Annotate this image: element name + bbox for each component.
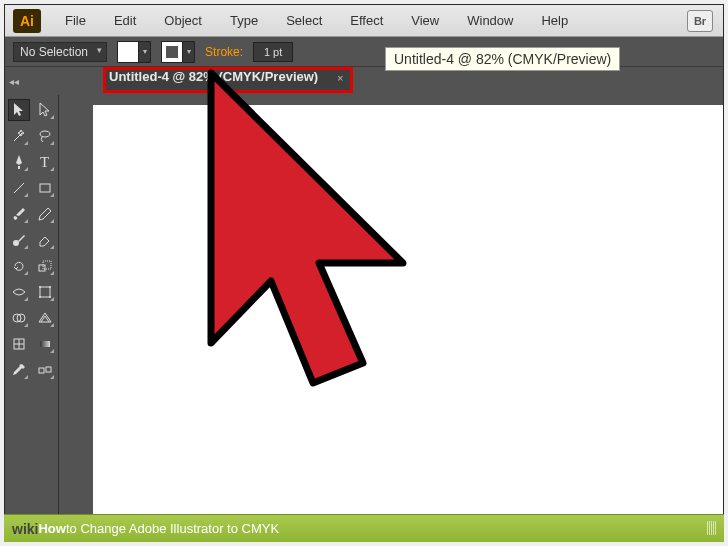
svg-rect-15 bbox=[39, 368, 44, 373]
eyedropper-tool[interactable] bbox=[8, 359, 30, 381]
menu-type[interactable]: Type bbox=[216, 13, 272, 28]
perspective-grid-tool[interactable] bbox=[34, 307, 56, 329]
svg-point-3 bbox=[13, 240, 19, 246]
gradient-tool[interactable] bbox=[34, 333, 56, 355]
tutorial-cursor-icon bbox=[151, 63, 451, 403]
fill-swatch-menu[interactable]: ▾ bbox=[139, 41, 151, 63]
menu-object[interactable]: Object bbox=[150, 13, 216, 28]
menubar: Ai File Edit Object Type Select Effect V… bbox=[5, 5, 723, 37]
wikihow-caption: wikiHow to Change Adobe Illustrator to C… bbox=[4, 514, 724, 542]
free-transform-tool[interactable] bbox=[34, 281, 56, 303]
menu-view[interactable]: View bbox=[397, 13, 453, 28]
scale-tool[interactable] bbox=[34, 255, 56, 277]
svg-point-0 bbox=[40, 131, 50, 137]
stroke-label: Stroke: bbox=[205, 45, 243, 59]
bridge-icon[interactable]: Br bbox=[687, 10, 713, 32]
svg-rect-6 bbox=[40, 287, 50, 297]
width-tool[interactable] bbox=[8, 281, 30, 303]
line-tool[interactable] bbox=[8, 177, 30, 199]
svg-point-9 bbox=[39, 296, 41, 298]
stroke-weight-field[interactable]: 1 pt bbox=[253, 42, 293, 62]
menu-help[interactable]: Help bbox=[527, 13, 582, 28]
svg-point-8 bbox=[49, 286, 51, 288]
caption-text: to Change Adobe Illustrator to CMYK bbox=[66, 521, 279, 536]
grip-icon bbox=[707, 521, 716, 535]
menu-window[interactable]: Window bbox=[453, 13, 527, 28]
type-icon: T bbox=[40, 154, 49, 171]
illustrator-window: Ai File Edit Object Type Select Effect V… bbox=[4, 4, 724, 542]
selection-dropdown[interactable]: No Selection bbox=[13, 42, 107, 62]
magic-wand-tool[interactable] bbox=[8, 125, 30, 147]
menu-effect[interactable]: Effect bbox=[336, 13, 397, 28]
menu-edit[interactable]: Edit bbox=[100, 13, 150, 28]
stroke-swatch[interactable] bbox=[161, 41, 183, 63]
paintbrush-tool[interactable] bbox=[8, 203, 30, 225]
cursor-icon bbox=[11, 102, 27, 118]
panel-collapse-icon[interactable]: ◂◂ bbox=[5, 76, 25, 87]
svg-line-1 bbox=[14, 183, 24, 193]
rotate-tool[interactable] bbox=[8, 255, 30, 277]
svg-point-7 bbox=[39, 286, 41, 288]
eraser-tool[interactable] bbox=[34, 229, 56, 251]
svg-rect-4 bbox=[39, 265, 45, 271]
fill-swatch[interactable] bbox=[117, 41, 139, 63]
shape-builder-tool[interactable] bbox=[8, 307, 30, 329]
svg-rect-14 bbox=[40, 341, 50, 347]
selection-tool[interactable] bbox=[8, 99, 30, 121]
svg-rect-16 bbox=[46, 367, 51, 372]
type-tool[interactable]: T bbox=[34, 151, 56, 173]
pen-tool[interactable] bbox=[8, 151, 30, 173]
tools-panel: T bbox=[5, 95, 59, 541]
pencil-tool[interactable] bbox=[34, 203, 56, 225]
direct-selection-tool[interactable] bbox=[34, 99, 56, 121]
wikihow-logo-text: wiki bbox=[4, 521, 38, 537]
mesh-tool[interactable] bbox=[8, 333, 30, 355]
stroke-swatch-menu[interactable]: ▾ bbox=[183, 41, 195, 63]
mesh-icon bbox=[11, 336, 27, 352]
app-logo-icon: Ai bbox=[13, 9, 41, 33]
rectangle-tool[interactable] bbox=[34, 177, 56, 199]
menu-select[interactable]: Select bbox=[272, 13, 336, 28]
blob-brush-tool[interactable] bbox=[8, 229, 30, 251]
svg-rect-2 bbox=[40, 184, 50, 192]
wikihow-how: How bbox=[38, 521, 65, 536]
document-tooltip: Untitled-4 @ 82% (CMYK/Preview) bbox=[385, 47, 620, 71]
lasso-tool[interactable] bbox=[34, 125, 56, 147]
blend-tool[interactable] bbox=[34, 359, 56, 381]
menu-file[interactable]: File bbox=[51, 13, 100, 28]
